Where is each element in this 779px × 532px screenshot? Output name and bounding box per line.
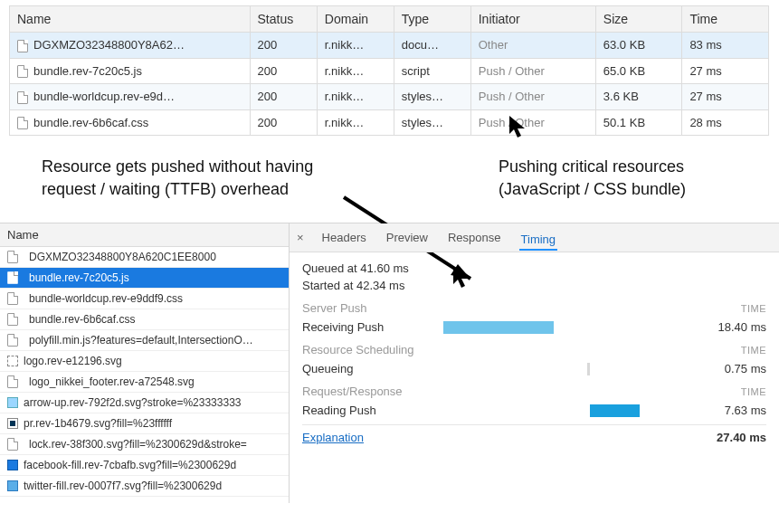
- network-table-header-row: Name Status Domain Type Initiator Size T…: [10, 6, 769, 33]
- col-header-initiator[interactable]: Initiator: [470, 6, 595, 33]
- cell-status: 200: [250, 58, 317, 84]
- col-header-time[interactable]: Time: [682, 6, 769, 33]
- network-table[interactable]: Name Status Domain Type Initiator Size T…: [9, 5, 769, 136]
- list-item-label: facebook-fill.rev-7cbafb.svg?fill=%23006…: [24, 459, 236, 471]
- file-icon: [7, 438, 18, 451]
- annotation-left: Resource gets pushed without having requ…: [42, 156, 367, 200]
- time-header: TIME: [741, 345, 766, 356]
- cell-type: script: [394, 58, 470, 84]
- cell-name: bundle.rev-6b6caf.css: [33, 116, 148, 129]
- bird-icon: [7, 480, 18, 491]
- list-item[interactable]: bundle.rev-7c20c5.js: [0, 268, 289, 289]
- close-icon[interactable]: ×: [297, 231, 304, 244]
- cell-initiator: Push / Other: [470, 58, 595, 84]
- file-icon: [17, 91, 28, 104]
- img-icon: [7, 356, 18, 366]
- cell-initiator: Other: [470, 33, 595, 59]
- file-icon: [17, 40, 28, 52]
- list-item-label: bundle.rev-7c20c5.js: [29, 271, 129, 284]
- section-request-response: Request/Response: [302, 385, 403, 398]
- table-row[interactable]: bundle.rev-7c20c5.js200r.nikk…scriptPush…: [10, 58, 769, 84]
- detail-panel: Name DGXMZO32348800Y8A620C1EE8000bundle.…: [0, 223, 779, 503]
- section-resource-scheduling: Resource Scheduling: [302, 343, 414, 356]
- list-item[interactable]: bundle-worldcup.rev-e9ddf9.css: [0, 289, 289, 309]
- list-item-label: bundle.rev-6b6caf.css: [29, 313, 135, 326]
- list-item[interactable]: facebook-fill.rev-7cbafb.svg?fill=%23006…: [0, 455, 289, 476]
- resource-list-header[interactable]: Name: [0, 223, 289, 247]
- explanation-link[interactable]: Explanation: [302, 431, 364, 444]
- resource-list[interactable]: Name DGXMZO32348800Y8A620C1EE8000bundle.…: [0, 223, 290, 503]
- list-item[interactable]: pr.rev-1b4679.svg?fill=%23ffffff: [0, 413, 289, 434]
- cell-time: 28 ms: [682, 109, 769, 136]
- col-header-status[interactable]: Status: [250, 6, 317, 33]
- cell-name: bundle-worldcup.rev-e9d…: [33, 90, 175, 103]
- cell-status: 200: [250, 109, 317, 136]
- cell-time: 27 ms: [682, 84, 769, 110]
- timing-queued: Queued at 41.60 ms: [302, 261, 766, 275]
- cell-type: docu…: [394, 33, 470, 59]
- file-icon: [7, 292, 18, 305]
- val-reading-push: 7.63 ms: [694, 404, 766, 417]
- tab-preview[interactable]: Preview: [385, 227, 430, 248]
- tab-response[interactable]: Response: [446, 227, 503, 248]
- file-icon: [7, 334, 18, 347]
- col-header-type[interactable]: Type: [394, 6, 470, 33]
- cursor-arrow-icon: [507, 114, 528, 139]
- table-row[interactable]: bundle.rev-6b6caf.css200r.nikk…styles…Pu…: [10, 109, 769, 136]
- detail-tabs: × Headers Preview Response Timing: [290, 223, 779, 252]
- list-item-label: DGXMZO32348800Y8A620C1EE8000: [29, 251, 216, 263]
- col-header-name[interactable]: Name: [10, 6, 251, 33]
- cell-size: 65.0 KB: [595, 58, 682, 84]
- list-item-label: arrow-up.rev-792f2d.svg?stroke=%23333333: [24, 396, 241, 409]
- list-item[interactable]: polyfill.min.js?features=default,Interse…: [0, 330, 289, 351]
- col-header-size[interactable]: Size: [595, 6, 682, 33]
- section-server-push: Server Push: [302, 301, 367, 315]
- file-icon: [7, 271, 18, 284]
- detail-view: × Headers Preview Response Timing Queued…: [290, 223, 779, 503]
- dotblue-icon: [7, 418, 18, 429]
- tab-timing[interactable]: Timing: [519, 229, 558, 251]
- list-item[interactable]: arrow-up.rev-792f2d.svg?stroke=%23333333: [0, 393, 289, 413]
- timing-panel: Queued at 41.60 ms Started at 42.34 ms S…: [290, 252, 779, 503]
- col-header-domain[interactable]: Domain: [317, 6, 394, 33]
- list-item[interactable]: logo.rev-e12196.svg: [0, 351, 289, 372]
- val-receiving-push: 18.40 ms: [694, 320, 766, 334]
- time-header: TIME: [741, 303, 766, 314]
- list-item-label: logo.rev-e12196.svg: [24, 355, 122, 367]
- bar-reading-push: [590, 404, 640, 417]
- row-receiving-push: Receiving Push: [302, 320, 420, 334]
- file-icon: [7, 375, 18, 388]
- cell-type: styles…: [394, 109, 470, 136]
- list-item[interactable]: lock.rev-38f300.svg?fill=%2300629d&strok…: [0, 434, 289, 455]
- annotation-layer: Resource gets pushed without having requ…: [0, 136, 779, 223]
- cell-time: 27 ms: [682, 58, 769, 84]
- cell-initiator: Push / Other: [470, 84, 595, 110]
- file-icon: [7, 313, 18, 326]
- table-row[interactable]: bundle-worldcup.rev-e9d…200r.nikk…styles…: [10, 84, 769, 110]
- cell-time: 83 ms: [682, 33, 769, 59]
- tab-headers[interactable]: Headers: [320, 227, 368, 248]
- list-item[interactable]: logo_nikkei_footer.rev-a72548.svg: [0, 372, 289, 393]
- cell-size: 50.1 KB: [595, 109, 682, 136]
- row-reading-push: Reading Push: [302, 404, 420, 417]
- cell-status: 200: [250, 33, 317, 59]
- list-item[interactable]: DGXMZO32348800Y8A620C1EE8000: [0, 247, 289, 268]
- list-item[interactable]: twitter-fill.rev-0007f7.svg?fill=%230062…: [0, 476, 289, 497]
- timing-total: 27.40 ms: [694, 431, 766, 444]
- cell-domain: r.nikk…: [317, 33, 394, 59]
- cell-domain: r.nikk…: [317, 84, 394, 110]
- blue-icon: [7, 460, 18, 470]
- list-item-label: twitter-fill.rev-0007f7.svg?fill=%230062…: [24, 480, 222, 492]
- time-header: TIME: [741, 386, 766, 397]
- file-icon: [17, 65, 28, 78]
- cell-name: DGXMZO32348800Y8A62…: [33, 38, 185, 52]
- list-item[interactable]: bundle.rev-6b6caf.css: [0, 309, 289, 330]
- cell-status: 200: [250, 84, 317, 110]
- val-queueing: 0.75 ms: [694, 362, 766, 375]
- list-item-label: logo_nikkei_footer.rev-a72548.svg: [29, 375, 195, 388]
- cell-domain: r.nikk…: [317, 58, 394, 84]
- bar-receiving-push: [443, 321, 554, 334]
- table-row[interactable]: DGXMZO32348800Y8A62…200r.nikk…docu…Other…: [10, 33, 769, 59]
- annotation-right: Pushing critical resources (JavaScript /…: [499, 156, 752, 200]
- list-item-label: lock.rev-38f300.svg?fill=%2300629d&strok…: [29, 438, 247, 451]
